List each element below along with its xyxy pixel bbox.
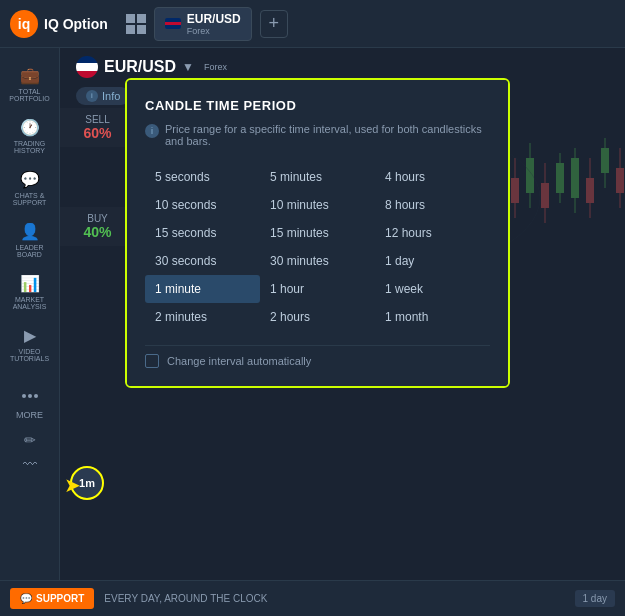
modal-content: CANDLE TIME PERIOD i Price range for a s… [127, 80, 508, 386]
time-2-hours[interactable]: 2 hours [260, 303, 375, 331]
time-10-seconds[interactable]: 10 seconds [145, 191, 260, 219]
buy-sell-panel: SELL 60% BUY 40% [60, 108, 135, 246]
svg-rect-14 [586, 178, 594, 203]
sidebar: 💼 TOTAL PORTFOLIO 🕐 TRADINGHISTORY 💬 CHA… [0, 48, 60, 580]
time-1-week[interactable]: 1 week [375, 275, 490, 303]
auto-interval-checkbox[interactable] [145, 354, 159, 368]
pair-info: Forex [204, 62, 227, 72]
analysis-icon: 📊 [20, 274, 40, 293]
time-10-minutes[interactable]: 10 minutes [260, 191, 375, 219]
sidebar-item-leaderboard[interactable]: 👤 LEADERBOARD [0, 214, 59, 266]
history-icon: 🕐 [20, 118, 40, 137]
portfolio-icon: 💼 [20, 66, 40, 85]
sidebar-item-analysis[interactable]: 📊 MARKETANALYSIS [0, 266, 59, 318]
time-2-minutes[interactable]: 2 minutes [145, 303, 260, 331]
logo-icon: iq [10, 10, 38, 38]
arrow-indicator: ➤ [64, 473, 81, 497]
active-tab[interactable]: EUR/USD Forex [154, 7, 252, 41]
modal-info-icon: i [145, 124, 159, 138]
logo-text: IQ Option [44, 16, 108, 32]
auto-interval-row: Change interval automatically [145, 345, 490, 368]
time-4-hours[interactable]: 4 hours [375, 163, 490, 191]
tab-flag [165, 18, 181, 29]
svg-rect-10 [556, 163, 564, 193]
add-tab-button[interactable]: + [260, 10, 288, 38]
info-button[interactable]: i Info [76, 87, 130, 105]
time-1-day[interactable]: 1 day [375, 247, 490, 275]
svg-rect-8 [541, 183, 549, 208]
buy-label: BUY [66, 213, 129, 224]
sidebar-item-history[interactable]: 🕐 TRADINGHISTORY [0, 110, 59, 162]
svg-rect-16 [601, 148, 609, 173]
sell-box: SELL 60% [60, 108, 135, 147]
svg-rect-12 [571, 158, 579, 198]
bottom-bar: 💬 SUPPORT EVERY DAY, AROUND THE CLOCK 1 … [0, 580, 625, 616]
svg-rect-18 [616, 168, 624, 193]
sidebar-item-tutorials[interactable]: ▶ VIDEOTUTORIALS [0, 318, 59, 370]
chat-icon: 💬 [20, 170, 40, 189]
wave-icon[interactable]: 〰 [23, 456, 37, 472]
main-layout: 💼 TOTAL PORTFOLIO 🕐 TRADINGHISTORY 💬 CHA… [0, 48, 625, 580]
pair-display[interactable]: EUR/USD ▼ [76, 56, 194, 78]
tab-pair: EUR/USD Forex [187, 12, 241, 36]
edit-icon[interactable]: ✏ [24, 432, 36, 448]
day-badge: 1 day [575, 590, 615, 607]
time-5-minutes[interactable]: 5 minutes [260, 163, 375, 191]
chevron-down-icon: ▼ [182, 60, 194, 74]
top-bar: iq IQ Option EUR/USD Forex + [0, 0, 625, 48]
sidebar-item-portfolio[interactable]: 💼 TOTAL PORTFOLIO [0, 58, 59, 110]
time-8-hours[interactable]: 8 hours [375, 191, 490, 219]
sell-percentage: 60% [66, 125, 129, 141]
pair-label: EUR/USD [104, 58, 176, 76]
buy-percentage: 40% [66, 224, 129, 240]
buy-box: BUY 40% [60, 207, 135, 246]
modal-title: CANDLE TIME PERIOD [145, 98, 490, 113]
leaderboard-icon: 👤 [20, 222, 40, 241]
chat-support-icon: 💬 [20, 593, 32, 604]
time-15-minutes[interactable]: 15 minutes [260, 219, 375, 247]
more-dots [18, 390, 42, 402]
time-30-minutes[interactable]: 30 minutes [260, 247, 375, 275]
time-5-seconds[interactable]: 5 seconds [145, 163, 260, 191]
info-circle-icon: i [86, 90, 98, 102]
sidebar-item-support[interactable]: 💬 CHATS &SUPPORT [0, 162, 59, 214]
logo: iq IQ Option [10, 10, 108, 38]
auto-interval-label: Change interval automatically [167, 355, 311, 367]
time-1-minute[interactable]: 1 minute [145, 275, 260, 303]
time-grid: 5 seconds 5 minutes 4 hours 10 seconds 1… [145, 163, 490, 331]
sidebar-item-more[interactable]: MORE [0, 402, 59, 428]
time-12-hours[interactable]: 12 hours [375, 219, 490, 247]
svg-rect-4 [511, 178, 519, 203]
support-button[interactable]: 💬 SUPPORT [10, 588, 94, 609]
time-1-hour[interactable]: 1 hour [260, 275, 375, 303]
grid-icon[interactable] [126, 14, 146, 34]
candle-period-modal: CANDLE TIME PERIOD i Price range for a s… [125, 78, 510, 388]
time-15-seconds[interactable]: 15 seconds [145, 219, 260, 247]
pair-flag [76, 56, 98, 78]
video-icon: ▶ [24, 326, 36, 345]
time-30-seconds[interactable]: 30 seconds [145, 247, 260, 275]
modal-description: i Price range for a specific time interv… [145, 123, 490, 147]
sell-label: SELL [66, 114, 129, 125]
time-1-month[interactable]: 1 month [375, 303, 490, 331]
bottom-tagline: EVERY DAY, AROUND THE CLOCK [104, 593, 267, 604]
content-area: EUR/USD ▼ Forex i Info 🔔 ☆ SELL 60% [60, 48, 625, 580]
